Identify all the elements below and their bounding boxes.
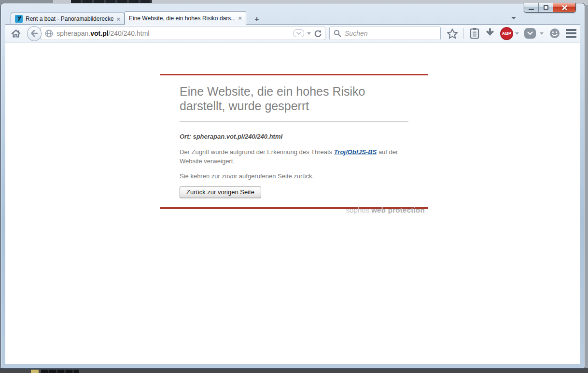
pocket-icon[interactable] [524,28,536,39]
list-all-tabs-icon[interactable] [511,17,516,19]
menu-icon [566,29,576,31]
tab-close-icon[interactable]: × [116,16,120,22]
new-tab-button[interactable]: + [250,14,264,24]
home-button[interactable] [9,27,23,40]
tab-title: Rent a boat - Panoramabilderecke ... [26,15,113,22]
url-text: spherapan.vot.pl/240/240.html [56,29,294,37]
feedback-smiley-icon[interactable] [549,28,560,39]
downloads-icon[interactable] [485,28,495,39]
back-to-previous-page-button[interactable]: Zurück zur vorigen Seite [180,186,261,198]
brand-web-protection: web protection [371,206,425,214]
pocket-save-icon[interactable] [294,29,304,37]
pocket-group [524,28,544,39]
toolbar-separator [463,28,464,39]
bookmarks-menu-icon[interactable] [469,28,480,39]
search-box[interactable]: Suchen [329,27,441,40]
bookmark-star-icon[interactable] [447,28,458,39]
maximize-icon [544,5,548,10]
pocket-dropdown-icon[interactable] [540,32,544,35]
search-icon [334,29,341,37]
desktop-fragment-bottom [0,368,588,373]
reload-icon[interactable] [314,29,322,38]
url-bar[interactable]: spherapan.vot.pl/240/240.html [41,27,325,40]
close-icon [561,5,568,11]
return-note: Sie kehren zur zuvor aufgerufenen Seite … [180,172,408,180]
minimize-icon [529,9,534,10]
tab-strip: Rent a boat - Panoramabilderecke ... × E… [11,11,565,25]
tab-title: Eine Website, die ein hohes Risiko dars.… [129,15,235,22]
heading-divider [180,121,408,122]
browser-window: Rent a boat - Panoramabilderecke ... × E… [0,3,585,369]
globe-icon [45,29,53,38]
site-favicon [15,15,23,23]
toolbar-buttons: ABP [447,27,576,40]
abp-icon: ABP [500,27,513,40]
menu-button[interactable] [566,29,576,38]
block-reason: Der Zugriff wurde aufgrund der Erkennung… [180,147,414,166]
block-heading: Eine Website, die ein hohes Risiko darst… [180,84,408,113]
url-domain: vot.pl [90,29,108,37]
tab-rent-a-boat[interactable]: Rent a boat - Panoramabilderecke ... × [11,13,125,25]
tab-blocked-website[interactable]: Eine Website, die ein hohes Risiko dars.… [125,11,246,25]
desktop-label-fragment [41,370,79,373]
home-icon [11,29,21,38]
desktop-icon-fragment [31,370,39,373]
threat-link[interactable]: Troj/ObfJS-BS [334,148,377,156]
blocked-location: Ort: spherapan.vot.pl/240/240.html [180,133,408,140]
back-button[interactable] [27,26,42,41]
url-path: /240/240.html [109,29,150,37]
brand-sophos: sophos [346,206,372,214]
sophos-block-panel: Eine Website, die ein hohes Risiko darst… [160,74,428,209]
search-placeholder: Suchen [345,29,367,37]
urlbar-dropdown-icon[interactable] [307,32,311,35]
adblock-plus-button[interactable]: ABP [500,27,519,40]
tab-close-icon[interactable]: × [238,15,242,21]
sophos-brandline: sophos web protection [160,206,428,214]
abp-dropdown-icon [515,32,519,35]
navigation-toolbar: spherapan.vot.pl/240/240.html Suchen [5,24,580,43]
url-prefix: spherapan. [56,29,90,37]
page-content: Eine Website, die ein hohes Risiko darst… [5,43,580,364]
back-arrow-icon [30,30,38,37]
